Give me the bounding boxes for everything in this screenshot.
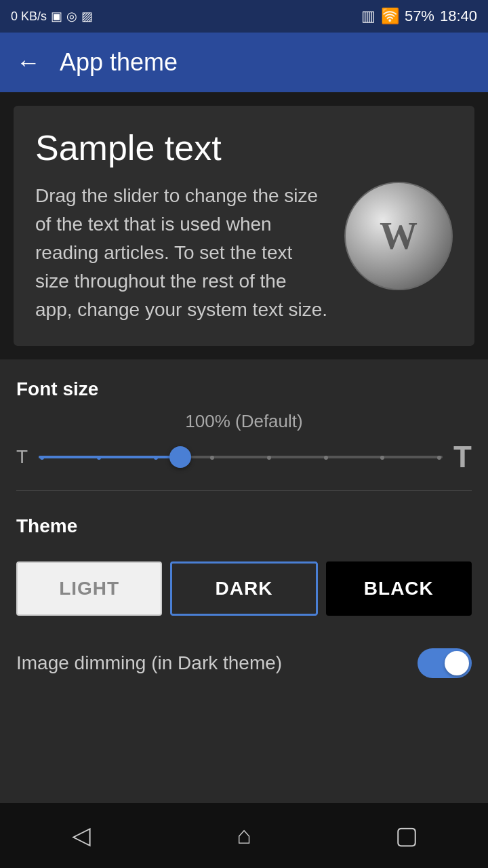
- theme-label: Theme: [16, 496, 472, 548]
- tick-6: [324, 456, 328, 460]
- tick-5: [267, 456, 271, 460]
- tick-4: [210, 456, 214, 460]
- wikipedia-globe-image: [344, 182, 453, 290]
- signal-icon: ▣: [51, 9, 62, 24]
- nav-recents-button[interactable]: ▢: [380, 808, 434, 863]
- status-bar: 0 KB/s ▣ ◎ ▨ ▥ 🛜 57% 18:40: [0, 0, 488, 33]
- image-dimming-label: Image dimming (in Dark theme): [16, 652, 282, 674]
- status-left: 0 KB/s ▣ ◎ ▨: [11, 9, 93, 24]
- slider-thumb[interactable]: [169, 446, 191, 468]
- sample-text-title: Sample text: [35, 127, 453, 168]
- theme-dark-button[interactable]: DARK: [170, 561, 317, 616]
- app-bar: ← App theme: [0, 33, 488, 92]
- slider-ticks: [39, 456, 443, 460]
- wifi-icon: 🛜: [381, 7, 399, 25]
- nav-back-button[interactable]: ◁: [54, 808, 108, 863]
- preview-body: Drag the slider to change the size of th…: [35, 182, 453, 324]
- tick-2: [97, 456, 101, 460]
- back-button[interactable]: ←: [16, 48, 41, 77]
- toggle-thumb: [445, 651, 469, 675]
- image-dimming-row: Image dimming (in Dark theme): [16, 629, 472, 697]
- settings-area: Font size 100% (Default) T T: [0, 359, 488, 803]
- font-size-large-icon: T: [453, 440, 472, 474]
- vibrate-icon: ▥: [361, 7, 375, 25]
- tick-8: [437, 456, 441, 460]
- slider-track: [39, 456, 443, 458]
- preview-card: Sample text Drag the slider to change th…: [14, 106, 474, 346]
- nav-home-button[interactable]: ⌂: [217, 808, 271, 863]
- battery-icon: 57%: [405, 7, 434, 25]
- image-dimming-toggle[interactable]: [418, 648, 472, 678]
- theme-light-button[interactable]: LIGHT: [16, 561, 162, 616]
- theme-black-button[interactable]: BLACK: [326, 561, 472, 616]
- music-icon: ◎: [66, 9, 77, 24]
- page-title: App theme: [60, 48, 178, 77]
- tick-3: [154, 456, 158, 460]
- font-size-small-icon: T: [16, 446, 28, 468]
- tick-1: [40, 456, 44, 460]
- bottom-nav: ◁ ⌂ ▢: [0, 803, 488, 868]
- font-size-slider[interactable]: [39, 443, 443, 471]
- divider-1: [16, 490, 472, 491]
- font-size-slider-row: T T: [16, 440, 472, 474]
- font-size-value: 100% (Default): [16, 411, 472, 432]
- image-icon: ▨: [81, 9, 93, 24]
- status-right: ▥ 🛜 57% 18:40: [361, 7, 477, 25]
- theme-button-group: LIGHT DARK BLACK: [16, 561, 472, 616]
- data-speed: 0 KB/s: [11, 9, 47, 24]
- tick-7: [380, 456, 384, 460]
- sample-text-body: Drag the slider to change the size of th…: [35, 182, 328, 324]
- time-display: 18:40: [440, 7, 477, 25]
- font-size-label: Font size: [16, 359, 472, 411]
